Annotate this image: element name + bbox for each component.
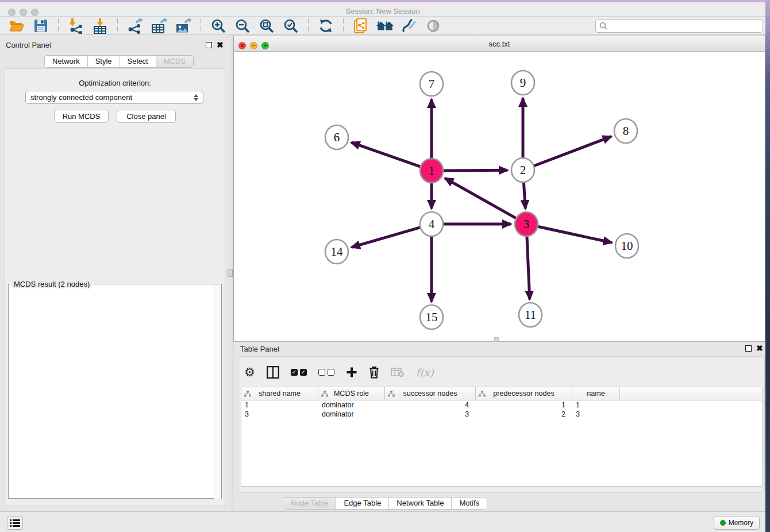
criterion-select[interactable]: strongly connected component	[25, 91, 203, 104]
deselect-all-checks-icon[interactable]	[318, 369, 334, 376]
canvas-resize-handle[interactable]	[494, 337, 499, 342]
table-header-row: shared nameMCDS rolesuccessor nodesprede…	[241, 387, 762, 400]
node-3[interactable]: 3	[515, 212, 538, 236]
import-table-icon[interactable]	[90, 17, 110, 34]
close-table-panel-icon[interactable]: ✖	[756, 345, 763, 352]
close-panel-button[interactable]: Close panel	[117, 110, 176, 123]
node-10[interactable]: 10	[615, 234, 638, 258]
table-tabs: Node TableEdge TableNetwork TableMotifs	[283, 497, 487, 510]
edge-1-2[interactable]	[442, 170, 507, 171]
node-6[interactable]: 6	[325, 125, 348, 149]
delete-column-trash-icon[interactable]	[369, 366, 379, 379]
import-network-icon[interactable]	[66, 17, 86, 34]
memory-label: Memory	[729, 519, 753, 527]
svg-text:8: 8	[623, 124, 629, 138]
tab-motifs[interactable]: Motifs	[452, 498, 487, 509]
edge-1-6[interactable]	[351, 142, 421, 167]
table-panel-title: Table Panel	[240, 345, 279, 353]
cell-name[interactable]: 3	[572, 410, 620, 419]
export-image-icon[interactable]	[174, 17, 193, 34]
node-14[interactable]: 14	[325, 240, 348, 264]
edge-3-10[interactable]	[537, 226, 612, 242]
homes-icon[interactable]	[375, 17, 395, 34]
column-header-shared-name[interactable]: shared name	[241, 387, 318, 400]
node-1[interactable]: 1	[420, 159, 443, 183]
tab-network[interactable]: Network	[45, 56, 88, 67]
task-history-button[interactable]	[7, 516, 23, 530]
node-9[interactable]: 9	[511, 71, 534, 95]
zoom-fit-icon[interactable]	[257, 17, 276, 34]
splitter-handle[interactable]	[228, 269, 233, 277]
edge-2-8[interactable]	[533, 137, 611, 167]
main-titlebar: Session: New Session	[0, 2, 765, 17]
network-canvas-svg[interactable]: 7968124314101511	[234, 52, 765, 341]
run-mcds-button[interactable]: Run MCDS	[54, 110, 109, 123]
add-column-icon[interactable]	[346, 367, 357, 378]
tab-network-table[interactable]: Network Table	[389, 498, 452, 509]
column-header-successor-nodes[interactable]: successor nodes	[385, 387, 476, 400]
zoom-in-icon[interactable]	[209, 17, 228, 34]
tab-mcds[interactable]: MCDS	[156, 56, 193, 67]
svg-text:4: 4	[429, 217, 435, 231]
select-updown-icon	[194, 94, 198, 101]
cell-MCDS-role[interactable]: dominator	[318, 410, 385, 419]
toolbar-separator	[308, 18, 309, 33]
save-session-icon[interactable]	[31, 17, 51, 34]
zoom-selected-icon[interactable]	[281, 17, 301, 34]
network-file-icon[interactable]	[351, 17, 371, 34]
node-2[interactable]: 2	[511, 158, 534, 182]
cell-predecessor-nodes[interactable]: 1	[476, 400, 572, 410]
edge-2-3[interactable]	[523, 181, 525, 209]
edge-3-11[interactable]	[527, 235, 530, 299]
edge-4-14[interactable]	[352, 227, 421, 247]
table-row[interactable]: 3dominator323	[241, 410, 762, 419]
cell-successor-nodes[interactable]: 3	[385, 410, 476, 419]
cell-successor-nodes[interactable]: 4	[385, 400, 476, 410]
select-all-checks-icon[interactable]: ✓✓	[291, 369, 307, 376]
open-folder-icon[interactable]	[7, 17, 26, 34]
float-panel-icon[interactable]	[206, 42, 212, 48]
svg-text:1: 1	[429, 164, 435, 178]
export-network-icon[interactable]	[125, 17, 145, 34]
table-options-gear-icon[interactable]: ⚙	[244, 367, 255, 378]
cell-shared-name[interactable]: 1	[241, 400, 318, 410]
tab-edge-table[interactable]: Edge Table	[336, 498, 389, 509]
cell-predecessor-nodes[interactable]: 2	[476, 410, 572, 419]
control-panel-window-buttons: ✖	[206, 42, 224, 48]
node-11[interactable]: 11	[519, 303, 542, 327]
tab-node-table[interactable]: Node Table	[283, 498, 337, 509]
column-header-predecessor-nodes[interactable]: predecessor nodes	[476, 387, 572, 400]
edge-3-1[interactable]	[445, 178, 517, 218]
close-panel-icon[interactable]: ✖	[217, 42, 224, 48]
refresh-layout-icon[interactable]	[316, 17, 336, 34]
table-row[interactable]: 1dominator411	[241, 400, 762, 410]
cell-shared-name[interactable]: 3	[241, 410, 318, 419]
cell-MCDS-role[interactable]: dominator	[318, 400, 385, 410]
column-header-name[interactable]: name	[572, 387, 620, 400]
column-layout-icon[interactable]	[267, 366, 279, 379]
graphics-details-icon[interactable]	[399, 17, 419, 34]
node-15[interactable]: 15	[420, 305, 443, 329]
float-table-panel-icon[interactable]	[745, 345, 752, 352]
eye-icon[interactable]	[424, 17, 443, 34]
memory-button[interactable]: Memory	[714, 516, 760, 530]
search-field[interactable]	[595, 19, 763, 33]
tab-select[interactable]: Select	[120, 56, 156, 67]
column-header-MCDS-role[interactable]: MCDS role	[318, 387, 385, 400]
desktop-wallpaper-sliver	[765, 0, 770, 532]
zoom-out-icon[interactable]	[233, 17, 252, 34]
table-toolbar: ⚙ ✓✓ f(x)	[244, 361, 434, 383]
node-7[interactable]: 7	[420, 72, 443, 96]
toolbar-separator	[343, 18, 344, 33]
mcds-result-group: 1 3	[8, 284, 222, 499]
network-window-titlebar[interactable]: ✕–+ scc.txt	[234, 36, 765, 52]
node-4[interactable]: 4	[420, 212, 443, 236]
tab-style[interactable]: Style	[88, 56, 120, 67]
search-input[interactable]	[607, 21, 759, 30]
svg-text:9: 9	[520, 76, 526, 90]
node-8[interactable]: 8	[614, 119, 637, 143]
result-scrollbar[interactable]	[214, 285, 221, 499]
svg-text:7: 7	[429, 77, 435, 91]
cell-name[interactable]: 1	[572, 400, 620, 410]
export-table-icon[interactable]	[149, 17, 169, 34]
